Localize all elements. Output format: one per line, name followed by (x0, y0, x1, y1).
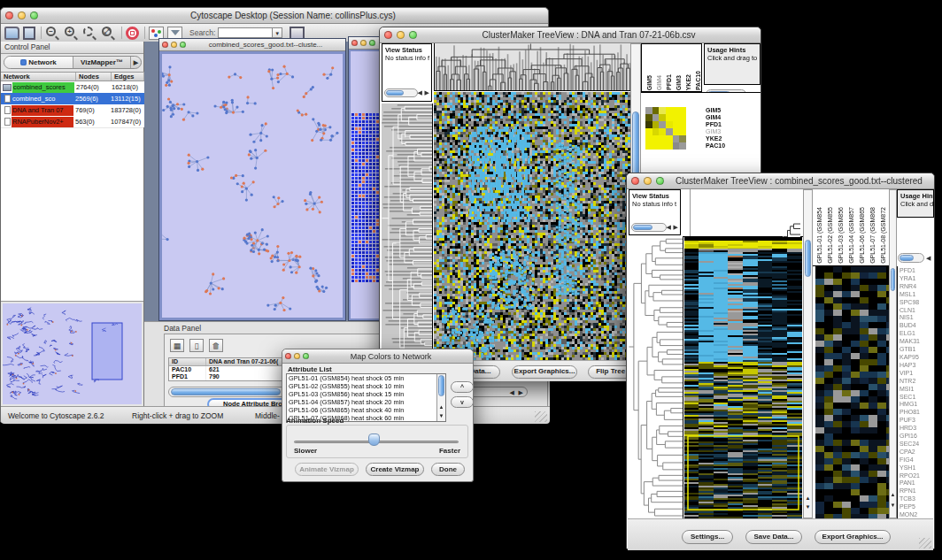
network-graph-canvas[interactable] (162, 54, 339, 317)
move-down-button[interactable]: v (451, 396, 474, 408)
network-row[interactable]: RNAPuberNov2+ 563(0) 107847(0) (1, 116, 144, 127)
correlation-matrix[interactable] (645, 107, 686, 150)
scroll-up-icon[interactable]: ▲ (804, 495, 812, 502)
scroll-down-icon[interactable]: ▼ (804, 503, 812, 510)
zoom-icon[interactable] (369, 40, 375, 46)
gene-name[interactable]: FIG4 (900, 456, 934, 464)
row-label[interactable]: PAC10 (706, 142, 725, 150)
column-label[interactable]: GPL51-02 (GSM855 (825, 207, 836, 264)
close-icon[interactable] (162, 42, 168, 48)
row-label[interactable]: GIM3 (706, 128, 725, 135)
column-label[interactable]: GPL51-03 (GSM856 (836, 207, 846, 264)
close-icon[interactable] (631, 177, 639, 185)
zoom-icon[interactable] (303, 353, 309, 359)
zoom-heatmap-canvas[interactable] (815, 266, 889, 518)
attribute-select-icon[interactable]: ▦ (170, 339, 184, 352)
column-label[interactable]: YKE2 (683, 74, 693, 90)
heatmap-canvas[interactable] (684, 237, 802, 518)
gene-name[interactable]: RPN1 (900, 487, 934, 495)
create-vizmap-button[interactable]: Create Vizmap (366, 463, 424, 476)
minimize-icon[interactable] (397, 31, 405, 39)
resize-grip[interactable] (919, 538, 931, 548)
scroll-down-icon[interactable]: ▼ (890, 502, 896, 509)
gene-name[interactable]: MAK31 (900, 338, 934, 346)
done-button[interactable]: Done (431, 463, 465, 476)
move-up-button[interactable]: ^ (451, 381, 474, 393)
gene-name[interactable]: CPA2 (900, 449, 934, 456)
attribute-list-item[interactable]: GPL51-04 (GSM857) heat shock 20 min (287, 398, 445, 406)
dialog-titlebar[interactable]: Map Colors to Network (282, 349, 473, 364)
column-label[interactable]: PFD1 (664, 74, 674, 90)
scroll-left-icon[interactable]: ◀ (510, 387, 514, 397)
network-view-2-titlebar[interactable] (349, 37, 379, 50)
zoom-icon[interactable] (30, 12, 38, 19)
scroll-up-icon[interactable]: ▲ (890, 491, 896, 498)
scroll-down-icon[interactable]: ▼ (437, 412, 445, 419)
gene-name[interactable]: YRA1 (900, 275, 934, 283)
column-label[interactable]: GIM4 (654, 75, 664, 90)
open-file-icon[interactable] (4, 27, 19, 40)
zoom-in-icon[interactable]: + (64, 27, 79, 40)
save-icon[interactable] (23, 27, 35, 40)
gene-name[interactable]: MON2 (900, 511, 934, 518)
tab-network[interactable]: Network (4, 57, 73, 68)
gene-name[interactable]: SEC1 (900, 394, 934, 402)
network-row[interactable]: combined_sco 2569(6) 13112(15) (1, 93, 144, 104)
gene-name[interactable]: MSL1 (900, 291, 934, 299)
close-icon[interactable] (351, 40, 358, 46)
zoom-out-icon[interactable]: − (45, 27, 60, 40)
settings-button[interactable]: Settings... (682, 530, 733, 544)
animate-vizmap-button[interactable]: Animate Vizmap (295, 463, 359, 476)
network-row[interactable]: DNA and Tran 07 769(0) 183728(0) (1, 104, 144, 116)
row-dendrogram[interactable] (629, 237, 683, 518)
search-input[interactable] (218, 27, 273, 38)
row-label[interactable]: YKE2 (706, 135, 725, 142)
treeview1-titlebar[interactable]: ClusterMaker TreeView : DNA and Tran 07-… (380, 27, 761, 43)
gene-name[interactable]: GPI16 (900, 433, 934, 441)
network-view-window[interactable]: combined_scores_good.txt--cluste... (158, 38, 346, 321)
scroll-right-icon[interactable]: ▶ (519, 387, 523, 397)
export-graphics-button[interactable]: Export Graphics... (815, 530, 891, 544)
gene-name[interactable]: HMG1 (900, 401, 934, 409)
gene-name[interactable]: NTR2 (900, 378, 934, 386)
gene-name[interactable]: ELG1 (900, 330, 934, 338)
new-attribute-icon[interactable]: ▯ (189, 339, 204, 352)
gene-name[interactable]: GTB1 (900, 346, 934, 354)
column-label[interactable]: GPL51-08 (GSM872 (878, 207, 889, 264)
zoom-hscrollbar[interactable] (898, 253, 924, 263)
gene-name[interactable]: YSH1 (900, 464, 934, 472)
column-label[interactable]: GPL51-04 (GSM857 (846, 207, 857, 264)
scrollbar-thumb[interactable] (891, 268, 895, 291)
gene-name[interactable]: BUD4 (900, 322, 934, 330)
scrollbar-thumb[interactable] (805, 240, 811, 277)
tab-vizmapper[interactable]: VizMapper™ (73, 57, 130, 68)
zoom-icon[interactable] (409, 31, 417, 39)
list-vscrollbar[interactable]: ▲ ▼ (436, 374, 445, 421)
attribute-list-item[interactable]: GPL51-02 (GSM855) heat shock 10 min (287, 382, 445, 390)
minimize-icon[interactable] (644, 177, 652, 185)
close-icon[interactable] (285, 353, 291, 359)
resize-grip[interactable] (535, 411, 547, 422)
gene-name[interactable]: NIS1 (900, 314, 934, 322)
delete-attribute-icon[interactable]: 🗑 (209, 339, 223, 352)
gene-name[interactable]: VIP1 (900, 370, 934, 378)
view-status-hscrollbar[interactable] (631, 223, 667, 232)
gene-name[interactable]: PFD1 (900, 267, 934, 275)
scroll-right-icon[interactable]: ▶ (674, 224, 678, 231)
close-icon[interactable] (384, 31, 392, 39)
heatmap-vscrollbar[interactable]: ▲ ▼ (803, 189, 813, 518)
zoom-icon[interactable] (180, 42, 186, 48)
save-data-button[interactable]: Save Data... (745, 530, 802, 544)
gene-name[interactable]: RNR4 (900, 283, 934, 291)
gene-name[interactable]: PUF3 (900, 417, 934, 425)
network-row[interactable]: combined_scores 2764(0) 16218(0) (1, 81, 144, 93)
zoom-selected-icon[interactable] (82, 27, 97, 40)
treeview2-titlebar[interactable]: ClusterMaker TreeView : combined_scores_… (627, 173, 934, 189)
gene-name[interactable]: SPC98 (900, 299, 934, 307)
scrollbar-thumb[interactable] (633, 225, 652, 230)
network-grid-canvas[interactable] (351, 51, 379, 318)
help-lifering-icon[interactable] (126, 27, 139, 40)
gene-name[interactable]: RPO21 (900, 472, 934, 480)
scrollbar-thumb[interactable] (900, 255, 914, 261)
scroll-left-icon[interactable]: ◀ (418, 89, 422, 96)
